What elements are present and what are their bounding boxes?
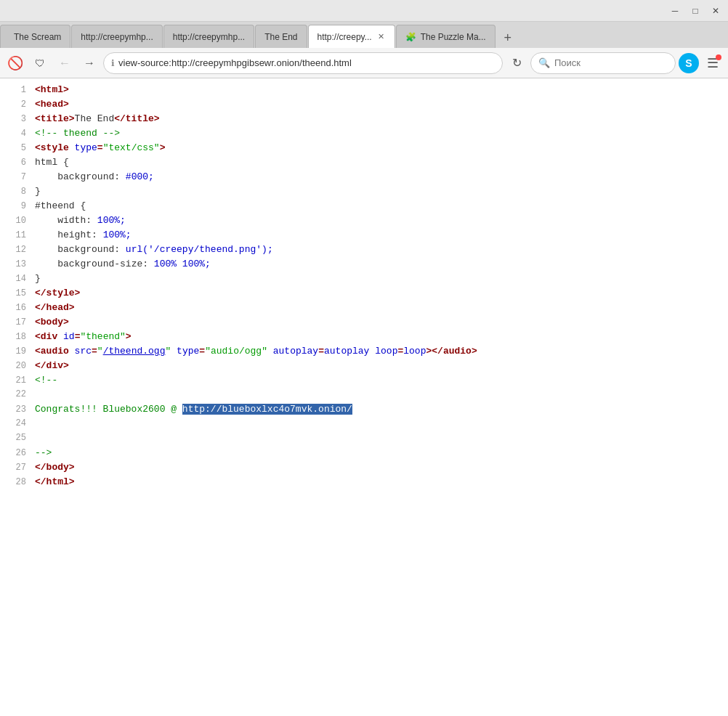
forward-button[interactable]: → xyxy=(78,52,100,74)
back-button[interactable]: ← xyxy=(54,52,76,74)
search-input[interactable] xyxy=(554,57,656,68)
stop-icon: 🚫 xyxy=(7,55,23,71)
source-line-16: 16 </head> xyxy=(0,302,728,317)
source-line-28: 28 </html> xyxy=(0,476,728,491)
source-line-27: 27 </body> xyxy=(0,462,728,476)
tab-label: http://creepy... xyxy=(318,32,372,42)
menu-badge xyxy=(716,54,721,60)
source-line-15: 15 </style> xyxy=(0,288,728,302)
tab-puzzle[interactable]: 🧩 The Puzzle Ma... xyxy=(396,25,496,48)
address-text: view-source:http://creepymhpgibsewr.onio… xyxy=(118,57,352,68)
tab-the-scream[interactable]: The Scream xyxy=(0,25,70,48)
content-area: 1 <html> 2 <head> 3 <title>The End</titl… xyxy=(0,78,728,716)
title-bar-buttons: ─ □ ✕ xyxy=(666,1,725,20)
source-line-25: 25 xyxy=(0,433,728,447)
source-line-10: 10 width: 100%; xyxy=(0,215,728,229)
tab-label: http://creepymhp... xyxy=(81,32,153,42)
source-line-20: 20 </div> xyxy=(0,360,728,375)
tab-label: http://creepymhp... xyxy=(173,32,245,42)
source-line-26: 26 --> xyxy=(0,447,728,462)
source-line-23: 23 Congrats!!! Bluebox2600 @ http://blue… xyxy=(0,404,728,418)
source-line-2: 2 <head> xyxy=(0,99,728,113)
source-line-9: 9 #theend { xyxy=(0,200,728,215)
minimize-button[interactable]: ─ xyxy=(666,1,684,20)
tab-creepy-3[interactable]: http://creepymhp... xyxy=(163,25,254,48)
search-bar[interactable]: 🔍 xyxy=(530,52,676,74)
menu-button[interactable]: ☰ xyxy=(702,52,724,74)
source-line-6: 6 html { xyxy=(0,157,728,171)
tab-creepy-active[interactable]: http://creepy... ✕ xyxy=(308,25,395,48)
tabs-bar: The Scream http://creepymhp... http://cr… xyxy=(0,22,728,48)
browser-window: ─ □ ✕ The Scream http://creepymhp... htt… xyxy=(0,0,728,716)
stop-button[interactable]: 🚫 xyxy=(4,52,26,74)
source-line-12: 12 background: url('/creepy/theend.png')… xyxy=(0,244,728,259)
shield-icon: 🛡 xyxy=(35,57,45,69)
source-line-19: 19 <audio src="/theend.ogg" type="audio/… xyxy=(0,346,728,360)
maximize-button[interactable]: □ xyxy=(686,1,705,20)
source-line-14: 14 } xyxy=(0,273,728,288)
address-bar[interactable]: ℹ view-source:http://creepymhpgibsewr.on… xyxy=(103,52,503,74)
tab-label: The Puzzle Ma... xyxy=(421,32,486,42)
info-icon: ℹ xyxy=(111,58,115,68)
tab-the-end[interactable]: The End xyxy=(255,25,307,48)
title-bar: ─ □ ✕ xyxy=(0,0,728,22)
source-view[interactable]: 1 <html> 2 <head> 3 <title>The End</titl… xyxy=(0,78,728,716)
tab-close-button[interactable]: ✕ xyxy=(376,31,386,42)
search-icon: 🔍 xyxy=(538,57,550,68)
source-line-11: 11 height: 100%; xyxy=(0,229,728,244)
new-tab-button[interactable]: + xyxy=(498,28,518,48)
source-line-4: 4 <!-- theend --> xyxy=(0,128,728,142)
source-line-7: 7 background: #000; xyxy=(0,171,728,186)
audio-src-link[interactable]: /theend.ogg xyxy=(103,346,166,357)
source-line-21: 21 <!-- xyxy=(0,375,728,389)
tab-puzzle-favicon: 🧩 xyxy=(405,32,416,42)
highlighted-url: http://blueboxlxc4o7mvk.onion/ xyxy=(182,404,352,415)
skype-icon[interactable]: S xyxy=(679,53,699,73)
shield-button[interactable]: 🛡 xyxy=(29,52,51,74)
close-button[interactable]: ✕ xyxy=(706,1,725,20)
source-line-13: 13 background-size: 100% 100%; xyxy=(0,259,728,273)
source-line-1: 1 <html> xyxy=(0,84,728,99)
tab-creepy-2[interactable]: http://creepymhp... xyxy=(71,25,162,48)
tab-label: The Scream xyxy=(14,32,61,42)
source-line-3: 3 <title>The End</title> xyxy=(0,113,728,128)
source-line-18: 18 <div id="theend"> xyxy=(0,331,728,346)
refresh-button[interactable]: ↻ xyxy=(506,52,527,74)
source-line-24: 24 xyxy=(0,418,728,433)
tab-label: The End xyxy=(264,32,297,42)
source-line-5: 5 <style type="text/css"> xyxy=(0,142,728,157)
source-line-17: 17 <body> xyxy=(0,317,728,331)
source-line-22: 22 xyxy=(0,389,728,404)
nav-bar: 🚫 🛡 ← → ℹ view-source:http://creepymhpgi… xyxy=(0,48,728,78)
source-line-8: 8 } xyxy=(0,186,728,200)
